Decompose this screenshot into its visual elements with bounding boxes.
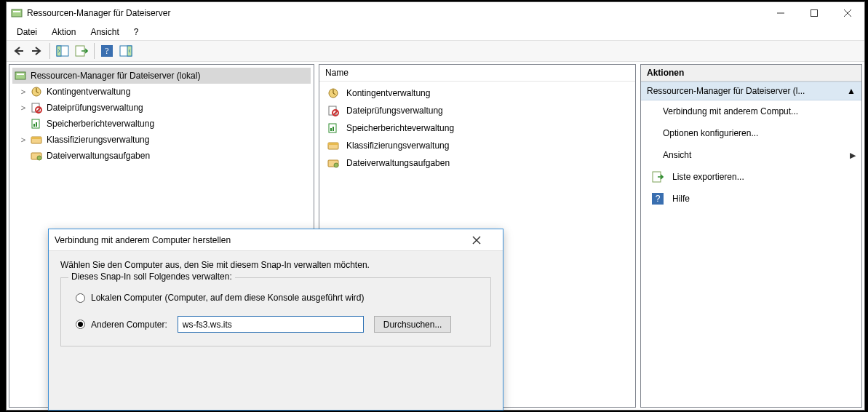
classification-icon (327, 140, 339, 151)
tree-root[interactable]: Ressourcen-Manager für Dateiserver (loka… (12, 68, 311, 84)
filescreen-icon (31, 102, 42, 114)
titlebar: Ressourcen-Manager für Dateiserver (7, 2, 864, 24)
svg-rect-9 (57, 46, 61, 56)
help-button[interactable]: ? (98, 42, 116, 60)
tree-item-label: Speicherberichteverwaltung (47, 119, 154, 129)
list-item[interactable]: Kontingentverwaltung (324, 84, 631, 102)
export-list-button[interactable] (73, 42, 90, 60)
svg-rect-0 (12, 9, 22, 17)
action-export-list[interactable]: Liste exportieren... (641, 166, 861, 188)
dialog-prompt: Wählen Sie den Computer aus, den Sie mit… (60, 260, 491, 270)
filescreen-icon (327, 105, 339, 116)
action-label: Optionen konfigurieren... (663, 128, 758, 138)
menu-aktion[interactable]: Aktion (46, 25, 81, 39)
window-controls (764, 2, 864, 24)
action-label: Ansicht (663, 150, 691, 160)
chevron-right-icon: ▶ (850, 151, 856, 160)
tree-item[interactable]: > Dateiprüfungsverwaltung (12, 100, 311, 116)
expand-icon[interactable]: > (18, 87, 28, 96)
action-label: Hilfe (672, 194, 690, 204)
dialog-groupbox: Dieses Snap-In soll Folgendes verwalten:… (60, 277, 491, 346)
expand-icon[interactable]: > (18, 135, 28, 144)
expand-icon[interactable]: > (18, 103, 28, 112)
svg-rect-25 (31, 137, 41, 139)
list-item-label: Dateiprüfungsverwaltung (346, 106, 443, 116)
list-item[interactable]: Dateiverwaltungsaufgaben (324, 154, 631, 172)
dialog-titlebar: Verbindung mit anderem Computer herstell… (49, 229, 503, 251)
toolbar-separator (94, 43, 95, 59)
quota-icon (31, 86, 42, 98)
radio-local-label: Lokalen Computer (Computer, auf dem dies… (91, 293, 365, 303)
svg-rect-1 (13, 11, 20, 12)
list-item-label: Dateiverwaltungsaufgaben (346, 158, 450, 168)
menubar: Datei Aktion Ansicht ? (7, 24, 864, 40)
help-icon: ? (652, 193, 664, 205)
list-body: Kontingentverwaltung Dateiprüfungsverwal… (319, 82, 635, 175)
action-label: Verbindung mit anderem Comput... (663, 106, 798, 116)
filemgmt-icon (31, 150, 42, 162)
svg-rect-36 (328, 143, 338, 145)
nav-forward-button[interactable] (28, 42, 46, 60)
reports-icon (327, 122, 339, 134)
menu-datei[interactable]: Datei (11, 25, 43, 39)
list-item-label: Klassifizierungsverwaltung (346, 140, 449, 151)
tree-item[interactable]: Speicherberichteverwaltung (12, 116, 311, 132)
list-item[interactable]: Dateiprüfungsverwaltung (324, 102, 631, 119)
dialog-title: Verbindung mit anderem Computer herstell… (55, 235, 472, 245)
actions-section-header[interactable]: Ressourcen-Manager für Dateiserver (l...… (641, 82, 861, 100)
close-button[interactable] (831, 2, 864, 24)
radio-other-row: Anderen Computer: Durchsuchen... (76, 316, 480, 333)
window-title: Ressourcen-Manager für Dateiserver (27, 8, 764, 18)
menu-ansicht[interactable]: Ansicht (84, 25, 124, 39)
dialog-body: Wählen Sie den Computer aus, den Sie mit… (49, 251, 503, 352)
svg-text:?: ? (105, 46, 108, 56)
maximize-button[interactable] (797, 2, 831, 24)
list-item-label: Kontingentverwaltung (346, 88, 430, 98)
computer-name-input[interactable] (178, 316, 364, 333)
show-hide-action-pane-button[interactable] (117, 42, 135, 60)
tree-root-label: Ressourcen-Manager für Dateiserver (loka… (31, 71, 200, 81)
list-column-header[interactable]: Name (319, 65, 635, 82)
tree-item[interactable]: > Kontingentverwaltung (12, 84, 311, 100)
toolbar-separator (49, 43, 50, 59)
toolbar: ? (7, 40, 864, 62)
minimize-button[interactable] (764, 2, 797, 24)
action-label: Liste exportieren... (672, 172, 744, 182)
browse-button[interactable]: Durchsuchen... (374, 316, 452, 333)
radio-other[interactable] (76, 320, 85, 329)
actions-pane: Aktionen Ressourcen-Manager für Dateiser… (640, 64, 862, 408)
svg-rect-16 (17, 74, 24, 75)
action-connect[interactable]: Verbindung mit anderem Comput... (641, 100, 861, 122)
tree: Ressourcen-Manager für Dateiserver (loka… (9, 65, 314, 167)
tree-item[interactable]: > Klassifizierungsverwaltung (12, 132, 311, 148)
list-item[interactable]: Speicherberichteverwaltung (324, 119, 631, 137)
action-view[interactable]: Ansicht ▶ (641, 144, 861, 166)
menu-help[interactable]: ? (128, 25, 145, 39)
svg-rect-15 (15, 72, 25, 79)
dialog-close-button[interactable] (472, 236, 497, 245)
classification-icon (31, 134, 42, 146)
radio-local[interactable] (76, 293, 85, 303)
nav-back-button[interactable] (9, 42, 27, 60)
tree-item-label: Dateiverwaltungsaufgaben (47, 151, 150, 161)
collapse-icon: ▲ (847, 86, 856, 96)
action-help[interactable]: ? Hilfe (641, 188, 861, 210)
tree-item-label: Kontingentverwaltung (47, 87, 130, 97)
quota-icon (327, 87, 339, 99)
tree-item[interactable]: Dateiverwaltungsaufgaben (12, 148, 311, 164)
svg-text:?: ? (656, 194, 661, 204)
svg-rect-23 (36, 122, 37, 127)
action-configure-options[interactable]: Optionen konfigurieren... (641, 122, 861, 144)
svg-point-38 (334, 163, 338, 167)
radio-local-row[interactable]: Lokalen Computer (Computer, auf dem dies… (76, 293, 480, 303)
tree-item-label: Dateiprüfungsverwaltung (47, 103, 143, 113)
show-hide-tree-button[interactable] (54, 42, 71, 60)
radio-other-label: Anderen Computer: (91, 320, 167, 330)
svg-rect-34 (333, 127, 334, 131)
list-item[interactable]: Klassifizierungsverwaltung (324, 137, 631, 154)
filemgmt-icon (327, 157, 339, 169)
svg-rect-22 (33, 124, 35, 127)
reports-icon (31, 118, 42, 130)
app-icon (11, 7, 23, 19)
svg-point-27 (37, 156, 41, 160)
